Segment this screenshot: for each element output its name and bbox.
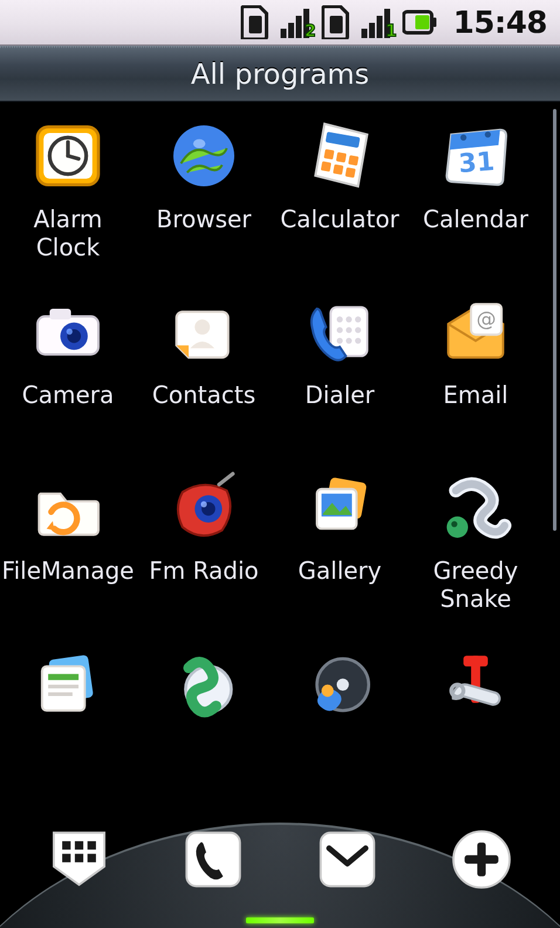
header-bar: All programs (0, 46, 560, 102)
app-camera[interactable]: Camera (0, 291, 136, 466)
svg-point-43 (337, 337, 343, 343)
alarm-clock-icon (27, 115, 109, 197)
globe-icon (163, 115, 245, 197)
svg-point-38 (346, 316, 351, 322)
radio-icon (163, 466, 245, 548)
status-bar: 2 1 15:48 (0, 0, 560, 46)
svg-point-34 (66, 329, 72, 335)
svg-rect-1 (281, 29, 286, 38)
dock-apps-drawer[interactable] (44, 824, 114, 897)
svg-rect-2 (288, 23, 294, 38)
app-unknown-15[interactable] (272, 642, 408, 818)
svg-point-41 (346, 327, 351, 333)
svg-rect-57 (42, 666, 85, 710)
svg-rect-25 (333, 164, 343, 175)
app-greedy-snake[interactable]: Greedy Snake (408, 466, 544, 642)
app-label: Calendar (409, 205, 542, 233)
battery-icon (402, 8, 438, 36)
app-label: Gallery (273, 557, 407, 585)
svg-rect-7 (369, 23, 375, 38)
app-calculator[interactable]: Calculator (272, 115, 408, 291)
dock-indicator (246, 917, 314, 923)
svg-point-65 (337, 678, 349, 691)
status-time: 15:48 (453, 5, 547, 40)
signal-badge-2: 1 (385, 21, 397, 40)
envelope-closed-icon (312, 824, 383, 897)
contacts-icon (163, 291, 245, 373)
svg-point-50 (201, 501, 207, 507)
svg-rect-31 (50, 309, 71, 319)
app-calendar[interactable]: 31 Calendar (408, 115, 544, 291)
svg-point-19 (193, 139, 206, 148)
dock-messages[interactable] (312, 824, 383, 897)
phone-handset-icon (178, 824, 248, 897)
svg-point-39 (355, 316, 361, 322)
svg-rect-73 (62, 854, 70, 862)
scrollbar[interactable] (553, 109, 556, 531)
app-browser[interactable]: Browser (136, 115, 272, 291)
svg-rect-8 (377, 16, 383, 38)
svg-rect-70 (62, 841, 70, 849)
svg-point-54 (447, 517, 468, 538)
svg-point-27 (460, 135, 466, 141)
dock-add[interactable] (446, 824, 517, 897)
app-label: Contacts (137, 381, 271, 409)
app-alarm-clock[interactable]: Alarm Clock (0, 115, 136, 291)
svg-rect-77 (320, 833, 374, 886)
svg-rect-75 (87, 854, 95, 862)
app-label: Greedy Snake (409, 557, 542, 613)
news-icon (27, 642, 109, 724)
svg-rect-5 (330, 16, 343, 33)
svg-rect-0 (249, 16, 262, 33)
svg-point-55 (451, 521, 457, 527)
camera-icon (27, 291, 109, 373)
svg-point-45 (355, 337, 361, 343)
svg-rect-23 (348, 155, 358, 166)
signal-bars-icon: 1 (360, 5, 393, 39)
svg-rect-24 (321, 161, 332, 172)
svg-rect-58 (48, 674, 78, 680)
app-dialer[interactable]: Dialer (272, 291, 408, 466)
app-unknown-14[interactable] (136, 642, 272, 818)
calculator-icon (299, 115, 381, 197)
svg-rect-72 (87, 841, 95, 849)
phone-icon (299, 291, 381, 373)
gallery-icon (299, 466, 381, 548)
svg-rect-6 (361, 29, 367, 38)
svg-rect-3 (296, 16, 302, 38)
folder-sync-icon (27, 466, 109, 548)
app-filemanager[interactable]: FileManage (0, 466, 136, 642)
calendar-icon: 31 (435, 115, 517, 197)
app-label: Browser (137, 205, 271, 233)
app-fm-radio[interactable]: Fm Radio (136, 466, 272, 642)
app-gallery[interactable]: Gallery (272, 466, 408, 642)
app-email[interactable]: @ Email (408, 291, 544, 466)
dock-phone[interactable] (178, 824, 248, 897)
app-grid: Alarm Clock Browser Calculator 31 Calend… (0, 102, 544, 818)
svg-text:31: 31 (457, 146, 496, 178)
svg-rect-11 (433, 18, 436, 27)
svg-rect-80 (465, 855, 498, 864)
app-label: Camera (1, 381, 135, 409)
app-contacts[interactable]: Contacts (136, 291, 272, 466)
plus-icon (446, 824, 517, 897)
snake-icon (435, 466, 517, 548)
signal-badge-1: 2 (305, 21, 316, 40)
svg-rect-74 (74, 854, 83, 862)
app-unknown-13[interactable] (0, 642, 136, 818)
app-label: Fm Radio (137, 557, 271, 585)
svg-rect-60 (48, 692, 73, 697)
app-grid-area[interactable]: Alarm Clock Browser Calculator 31 Calend… (0, 102, 560, 823)
svg-rect-21 (324, 149, 334, 159)
svg-point-44 (346, 337, 351, 343)
svg-point-28 (485, 131, 491, 137)
svg-text:@: @ (476, 308, 496, 330)
sim-card-icon (241, 5, 270, 39)
sim-card-icon (322, 5, 351, 39)
svg-rect-26 (345, 168, 356, 178)
header-title: All programs (191, 57, 370, 90)
svg-point-40 (337, 327, 343, 333)
app-unknown-16[interactable] (408, 642, 544, 818)
tools-icon (435, 642, 517, 724)
svg-rect-68 (463, 656, 488, 666)
